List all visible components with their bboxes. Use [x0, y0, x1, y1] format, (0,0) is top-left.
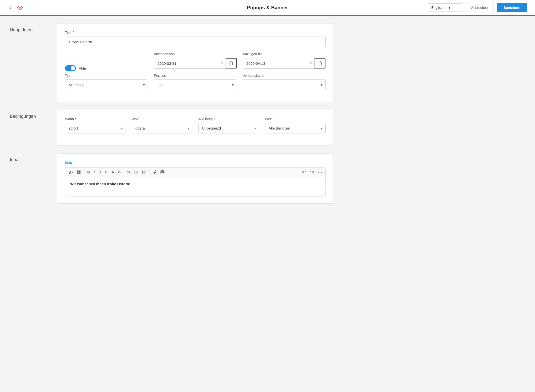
bold-button[interactable]: B: [86, 169, 92, 175]
wie-lange-select-wrap: Unbegrenzt ▾: [198, 123, 259, 133]
cancel-button[interactable]: Abbrechen: [465, 3, 494, 12]
save-button[interactable]: Speichern: [497, 3, 527, 12]
svg-rect-1: [229, 62, 233, 65]
link-button[interactable]: [151, 169, 158, 175]
preview-button[interactable]: [17, 5, 23, 10]
wo-col: Wo? überall ▾: [132, 117, 193, 138]
wo-select[interactable]: überall: [132, 123, 185, 133]
wann-col: Wann? sofort ▾: [65, 117, 126, 138]
align-button[interactable]: ≡▾: [125, 169, 132, 175]
anzeigen-von-input[interactable]: [154, 58, 218, 68]
header-left: [8, 5, 23, 10]
svg-point-15: [134, 172, 135, 172]
svg-point-0: [19, 7, 21, 8]
svg-rect-25: [161, 170, 164, 174]
wann-select[interactable]: sofort: [65, 123, 118, 133]
wann-group: Wann? sofort ▾: [65, 117, 126, 133]
anzeigen-von-clear-button[interactable]: ✕: [218, 61, 226, 66]
wer-label: Wer?: [265, 117, 326, 121]
grid-button[interactable]: [75, 169, 82, 175]
wann-select-wrap: sofort ▾: [65, 123, 126, 133]
redo-button[interactable]: [308, 169, 316, 175]
font-button[interactable]: A▾: [67, 169, 75, 175]
verkaufskanal-select-wrap: --- ▾: [243, 79, 326, 90]
hauptdaten-section: Hauptdaten Titel * Aktiv: [10, 24, 334, 102]
superscript-button[interactable]: X•: [109, 170, 116, 175]
table-button[interactable]: [159, 169, 166, 175]
toolbar-divider-3: [149, 170, 149, 175]
wer-select[interactable]: Alle Benutzer: [265, 123, 318, 133]
italic-button[interactable]: I: [92, 169, 96, 175]
header-right: English ▾ Abbrechen Speichern: [428, 3, 527, 12]
wie-lange-select[interactable]: Unbegrenzt: [199, 123, 251, 133]
anzeigen-bis-group: Anzeigen bis ✕: [243, 52, 326, 69]
anzeigen-bis-clear-button[interactable]: ✕: [307, 61, 314, 66]
svg-point-17: [134, 173, 135, 173]
svg-rect-10: [79, 170, 80, 172]
svg-text:3.: 3.: [142, 172, 144, 174]
anzeigen-bis-input[interactable]: [243, 58, 307, 68]
titel-input[interactable]: [65, 37, 326, 47]
verkaufskanal-col: Verkaufskanal --- ▾: [243, 74, 326, 95]
position-chevron-icon: ▾: [229, 83, 237, 87]
inhalt-section-label: Inhalt: [10, 153, 49, 204]
wer-col: Wer? Alle Benutzer ▾: [265, 117, 326, 138]
underline-button[interactable]: U: [97, 169, 103, 175]
wann-chevron-icon: ▾: [118, 126, 126, 130]
position-group: Position Oben ▾: [154, 74, 237, 90]
wer-chevron-icon: ▾: [318, 126, 325, 130]
undo-button[interactable]: [300, 169, 308, 175]
anzeigen-bis-label: Anzeigen bis: [243, 52, 326, 56]
main-content: Hauptdaten Titel * Aktiv: [0, 16, 344, 219]
anzeigen-bis-col: Anzeigen bis ✕: [243, 52, 326, 74]
anzeigen-bis-input-wrap: ✕: [243, 58, 326, 69]
svg-rect-9: [77, 170, 79, 172]
verkaufskanal-label: Verkaufskanal: [243, 74, 326, 78]
typ-group: Typ Mitteilung ▾: [65, 74, 148, 90]
position-select-wrap: Oben ▾: [154, 79, 237, 90]
wie-lange-col: Wie lange? Unbegrenzt ▾: [198, 117, 259, 138]
inhalt-card: Inhalt A▾ B I U S X• X• ≡▾: [57, 153, 334, 204]
titel-group: Titel *: [65, 31, 326, 47]
anzeigen-bis-calendar-button[interactable]: [314, 58, 325, 68]
wo-select-wrap: überall ▾: [132, 123, 193, 133]
svg-rect-5: [318, 62, 321, 65]
wer-group: Wer? Alle Benutzer ▾: [265, 117, 326, 133]
verkaufskanal-chevron-icon: ▾: [318, 83, 325, 87]
wo-group: Wo? überall ▾: [132, 117, 193, 133]
position-col: Position Oben ▾: [154, 74, 237, 95]
page-title: Popups & Banner: [247, 5, 288, 11]
editor-area[interactable]: Wir wünschen Ihnen frohe Ostern!: [65, 177, 326, 196]
anzeigen-von-calendar-button[interactable]: [226, 58, 237, 68]
svg-rect-12: [79, 172, 80, 174]
hauptdaten-label: Hauptdaten: [10, 24, 49, 102]
source-code-button[interactable]: <>: [316, 169, 323, 175]
anzeigen-von-label: Anzeigen von: [154, 52, 237, 56]
position-select[interactable]: Oben: [154, 80, 229, 90]
verkaufskanal-select[interactable]: ---: [243, 80, 318, 90]
back-button[interactable]: [8, 5, 13, 10]
wie-lange-chevron-icon: ▾: [251, 126, 259, 130]
typ-select[interactable]: Mitteilung: [65, 80, 140, 90]
language-select[interactable]: English ▾: [428, 3, 462, 12]
bedingungen-section: Bedingungen Wann? sofort ▾: [10, 110, 334, 145]
typ-label: Typ: [65, 74, 148, 78]
list-unordered-button[interactable]: [133, 169, 140, 175]
chevron-down-icon: ▾: [449, 6, 450, 10]
bedingungen-row: Wann? sofort ▾ Wo?: [65, 117, 326, 138]
position-label: Position: [154, 74, 237, 78]
titel-label: Titel *: [65, 31, 326, 35]
aktiv-toggle[interactable]: [65, 65, 76, 71]
inhalt-label: Inhalt: [65, 160, 326, 164]
strikethrough-button[interactable]: S: [103, 169, 109, 175]
wann-label: Wann?: [65, 117, 126, 121]
typ-chevron-icon: ▾: [140, 83, 148, 87]
wo-chevron-icon: ▾: [185, 126, 192, 130]
toolbar-divider-1: [84, 170, 84, 175]
list-ordered-button[interactable]: 1.2.3.: [140, 169, 148, 175]
subscript-button[interactable]: X•: [116, 170, 122, 175]
verkaufskanal-group: Verkaufskanal --- ▾: [243, 74, 326, 90]
svg-rect-11: [77, 172, 79, 174]
header: Popups & Banner English ▾ Abbrechen Spei…: [0, 0, 535, 16]
aktiv-label: Aktiv: [79, 66, 87, 70]
